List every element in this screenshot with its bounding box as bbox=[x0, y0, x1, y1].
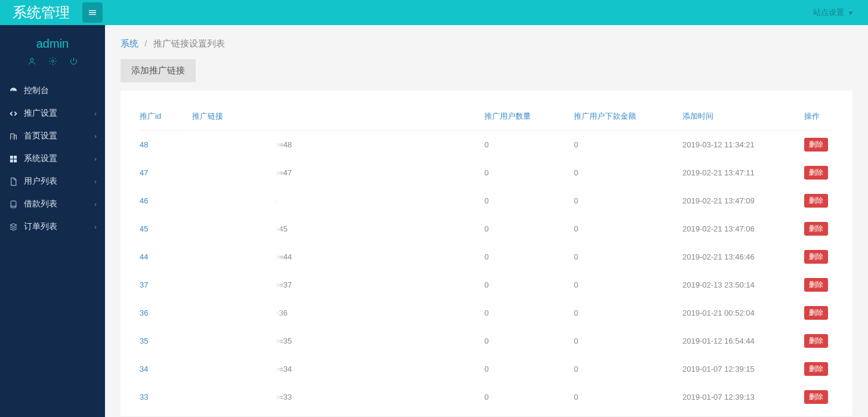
cell-amount: 0 bbox=[574, 327, 682, 355]
sidebar-item-label: 首页设置 bbox=[24, 131, 57, 141]
power-icon bbox=[69, 57, 78, 66]
cell-user-count: 0 bbox=[484, 327, 574, 355]
delete-button[interactable]: 删除 bbox=[804, 194, 828, 208]
hamburger-icon bbox=[88, 8, 97, 17]
menu-toggle-button[interactable] bbox=[82, 2, 103, 23]
delete-button[interactable]: 删除 bbox=[804, 334, 828, 348]
sidebar-item-label: 控制台 bbox=[24, 85, 49, 96]
cell-user-count: 0 bbox=[484, 383, 574, 411]
sidebar-item-file[interactable]: 用户列表› bbox=[0, 170, 105, 193]
cell-id[interactable]: 44 bbox=[140, 243, 192, 271]
cell-amount: 0 bbox=[574, 299, 682, 327]
file-icon bbox=[8, 177, 18, 186]
th-user-count[interactable]: 推广用户数量 bbox=[484, 105, 574, 131]
th-operation[interactable]: 操作 bbox=[804, 105, 833, 131]
delete-button[interactable]: 删除 bbox=[804, 278, 828, 292]
th-amount[interactable]: 推广用户下款金额 bbox=[574, 105, 682, 131]
table-panel: 推广id 推广链接 推广用户数量 推广用户下款金额 添加时间 操作 48ogin… bbox=[121, 91, 852, 416]
cell-time: 2019-02-13 23:50:14 bbox=[682, 271, 804, 299]
breadcrumb-root[interactable]: 系统 bbox=[121, 38, 138, 48]
cell-id[interactable]: 36 bbox=[140, 299, 192, 327]
sidebar-item-label: 推广设置 bbox=[24, 108, 57, 119]
table-row: 46/register.html?source=46002019-02-21 1… bbox=[140, 187, 833, 215]
cell-operation: 删除 bbox=[804, 327, 833, 355]
cell-id[interactable]: 48 bbox=[140, 131, 192, 159]
sidebar-item-label: 系统设置 bbox=[24, 153, 57, 164]
site-settings-dropdown[interactable]: 站点设置 ▼ bbox=[804, 0, 863, 25]
promo-link-table: 推广id 推广链接 推广用户数量 推广用户下款金额 添加时间 操作 48ogin… bbox=[140, 105, 833, 411]
cell-link: ogin/register.html?source=34 bbox=[192, 355, 484, 383]
delete-button[interactable]: 删除 bbox=[804, 166, 828, 180]
sidebar-item-dashboard[interactable]: 控制台 bbox=[0, 79, 105, 102]
chevron-right-icon: › bbox=[94, 132, 97, 140]
th-time[interactable]: 添加时间 bbox=[682, 105, 804, 131]
cell-link: ogin/register.html?source=44 bbox=[192, 243, 484, 271]
cell-id[interactable]: 34 bbox=[140, 355, 192, 383]
cell-user-count: 0 bbox=[484, 215, 574, 243]
user-block: admin bbox=[0, 25, 105, 75]
sidebar-item-code[interactable]: 推广设置› bbox=[0, 102, 105, 125]
sidebar-item-label: 用户列表 bbox=[24, 176, 57, 187]
cell-operation: 删除 bbox=[804, 355, 833, 383]
user-name: admin bbox=[0, 37, 105, 51]
cell-amount: 0 bbox=[574, 159, 682, 187]
cell-operation: 删除 bbox=[804, 159, 833, 187]
building-icon bbox=[8, 131, 18, 141]
cell-operation: 删除 bbox=[804, 187, 833, 215]
sidebar-item-label: 订单列表 bbox=[24, 221, 57, 232]
sidebar-item-stack[interactable]: 订单列表› bbox=[0, 215, 105, 238]
cell-operation: 删除 bbox=[804, 215, 833, 243]
delete-button[interactable]: 删除 bbox=[804, 306, 828, 320]
table-row: 47ogin/register.html?source=47002019-02-… bbox=[140, 159, 833, 187]
table-row: 48ogin/register.html?source=48002019-03-… bbox=[140, 131, 833, 159]
main-content: 系统 / 推广链接设置列表 添加推广链接 推广id 推广链接 推广用户数量 推广… bbox=[105, 25, 868, 417]
stack-icon bbox=[8, 222, 18, 231]
cell-operation: 删除 bbox=[804, 299, 833, 327]
cell-time: 2019-01-07 12:39:13 bbox=[682, 383, 804, 411]
chevron-right-icon: › bbox=[94, 155, 97, 162]
cell-link: ogin/register.html?source=47 bbox=[192, 159, 484, 187]
sidebar-item-building[interactable]: 首页设置› bbox=[0, 125, 105, 147]
gear-icon bbox=[48, 57, 57, 66]
delete-button[interactable]: 删除 bbox=[804, 250, 828, 264]
code-icon bbox=[8, 109, 18, 118]
cell-amount: 0 bbox=[574, 187, 682, 215]
user-logout-button[interactable] bbox=[69, 57, 78, 67]
cell-link: ogin/register.html?source=33 bbox=[192, 383, 484, 411]
cell-id[interactable]: 35 bbox=[140, 327, 192, 355]
cell-id[interactable]: 33 bbox=[140, 383, 192, 411]
cell-user-count: 0 bbox=[484, 355, 574, 383]
delete-button[interactable]: 删除 bbox=[804, 222, 828, 236]
table-row: 34ogin/register.html?source=34002019-01-… bbox=[140, 355, 833, 383]
add-promo-link-button[interactable]: 添加推广链接 bbox=[121, 59, 196, 82]
breadcrumb-current: 推广链接设置列表 bbox=[153, 38, 225, 48]
user-profile-button[interactable] bbox=[27, 57, 36, 67]
chevron-right-icon: › bbox=[94, 200, 97, 208]
cell-link: gin/register.html?source=45 bbox=[192, 215, 484, 243]
sidebar: admin 控制台推广设置›首页设置›系统设置›用户列表›借款列表›订单列表› bbox=[0, 25, 105, 417]
cell-operation: 删除 bbox=[804, 383, 833, 411]
sidebar-item-grid[interactable]: 系统设置› bbox=[0, 147, 105, 170]
cell-amount: 0 bbox=[574, 215, 682, 243]
delete-button[interactable]: 删除 bbox=[804, 390, 828, 404]
delete-button[interactable]: 删除 bbox=[804, 362, 828, 376]
chevron-right-icon: › bbox=[94, 178, 97, 185]
th-id[interactable]: 推广id bbox=[140, 105, 192, 131]
user-icon bbox=[27, 57, 36, 66]
delete-button[interactable]: 删除 bbox=[804, 138, 828, 152]
cell-id[interactable]: 45 bbox=[140, 215, 192, 243]
user-settings-button[interactable] bbox=[48, 57, 57, 67]
sidebar-item-label: 借款列表 bbox=[24, 199, 57, 209]
cell-operation: 删除 bbox=[804, 271, 833, 299]
th-link[interactable]: 推广链接 bbox=[192, 105, 484, 131]
cell-id[interactable]: 47 bbox=[140, 159, 192, 187]
cell-id[interactable]: 46 bbox=[140, 187, 192, 215]
cell-user-count: 0 bbox=[484, 131, 574, 159]
sidebar-item-tablet[interactable]: 借款列表› bbox=[0, 193, 105, 215]
cell-amount: 0 bbox=[574, 271, 682, 299]
cell-id[interactable]: 37 bbox=[140, 271, 192, 299]
cell-time: 2019-02-21 13:47:09 bbox=[682, 187, 804, 215]
tablet-icon bbox=[8, 199, 18, 209]
table-row: 45gin/register.html?source=45002019-02-2… bbox=[140, 215, 833, 243]
svg-rect-2 bbox=[11, 200, 16, 207]
